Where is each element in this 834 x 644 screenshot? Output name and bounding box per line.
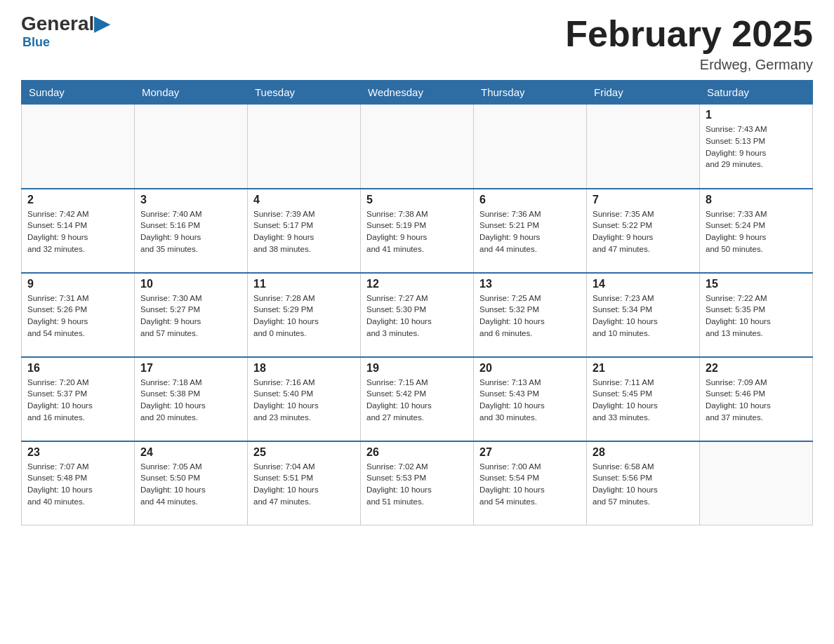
day-number: 6 [479, 194, 581, 206]
table-row: 16Sunrise: 7:20 AM Sunset: 5:37 PM Dayli… [22, 357, 135, 441]
calendar-week-4: 16Sunrise: 7:20 AM Sunset: 5:37 PM Dayli… [22, 357, 813, 441]
day-info: Sunrise: 7:05 AM Sunset: 5:50 PM Dayligh… [140, 461, 241, 508]
table-row: 14Sunrise: 7:23 AM Sunset: 5:34 PM Dayli… [587, 273, 700, 357]
day-info: Sunrise: 7:40 AM Sunset: 5:16 PM Dayligh… [140, 208, 241, 255]
day-info: Sunrise: 6:58 AM Sunset: 5:56 PM Dayligh… [593, 461, 694, 508]
calendar-week-2: 2Sunrise: 7:42 AM Sunset: 5:14 PM Daylig… [22, 189, 813, 273]
table-row: 2Sunrise: 7:42 AM Sunset: 5:14 PM Daylig… [22, 189, 135, 273]
table-row: 24Sunrise: 7:05 AM Sunset: 5:50 PM Dayli… [135, 441, 248, 525]
table-row: 4Sunrise: 7:39 AM Sunset: 5:17 PM Daylig… [248, 189, 361, 273]
calendar-week-1: 1Sunrise: 7:43 AM Sunset: 5:13 PM Daylig… [22, 105, 813, 189]
table-row: 8Sunrise: 7:33 AM Sunset: 5:24 PM Daylig… [700, 189, 813, 273]
day-info: Sunrise: 7:35 AM Sunset: 5:22 PM Dayligh… [593, 208, 694, 255]
day-number: 15 [706, 278, 807, 290]
table-row [700, 441, 813, 525]
logo-text: General▶ [21, 14, 110, 34]
day-info: Sunrise: 7:15 AM Sunset: 5:42 PM Dayligh… [366, 377, 468, 424]
day-number: 5 [366, 194, 468, 206]
day-number: 7 [593, 194, 694, 206]
day-number: 1 [706, 109, 807, 121]
header-saturday: Saturday [700, 81, 813, 105]
location-label: Erdweg, Germany [565, 57, 813, 73]
day-info: Sunrise: 7:42 AM Sunset: 5:14 PM Dayligh… [27, 208, 128, 255]
logo: General▶ Blue [21, 14, 110, 50]
table-row: 23Sunrise: 7:07 AM Sunset: 5:48 PM Dayli… [22, 441, 135, 525]
calendar-table: Sunday Monday Tuesday Wednesday Thursday… [21, 80, 813, 525]
table-row: 28Sunrise: 6:58 AM Sunset: 5:56 PM Dayli… [587, 441, 700, 525]
table-row: 26Sunrise: 7:02 AM Sunset: 5:53 PM Dayli… [361, 441, 474, 525]
day-info: Sunrise: 7:11 AM Sunset: 5:45 PM Dayligh… [593, 377, 694, 424]
day-number: 4 [253, 194, 355, 206]
day-info: Sunrise: 7:43 AM Sunset: 5:13 PM Dayligh… [706, 123, 807, 170]
table-row: 19Sunrise: 7:15 AM Sunset: 5:42 PM Dayli… [361, 357, 474, 441]
day-number: 24 [140, 446, 241, 459]
day-number: 10 [140, 278, 241, 290]
day-info: Sunrise: 7:30 AM Sunset: 5:27 PM Dayligh… [140, 293, 241, 340]
day-info: Sunrise: 7:23 AM Sunset: 5:34 PM Dayligh… [593, 293, 694, 340]
day-info: Sunrise: 7:16 AM Sunset: 5:40 PM Dayligh… [253, 377, 355, 424]
day-number: 22 [706, 362, 807, 375]
day-number: 23 [27, 446, 128, 459]
table-row: 11Sunrise: 7:28 AM Sunset: 5:29 PM Dayli… [248, 273, 361, 357]
day-info: Sunrise: 7:18 AM Sunset: 5:38 PM Dayligh… [140, 377, 241, 424]
table-row: 15Sunrise: 7:22 AM Sunset: 5:35 PM Dayli… [700, 273, 813, 357]
calendar-week-5: 23Sunrise: 7:07 AM Sunset: 5:48 PM Dayli… [22, 441, 813, 525]
logo-triangle-icon: ▶ [94, 13, 110, 34]
table-row [248, 105, 361, 189]
header-wednesday: Wednesday [361, 81, 474, 105]
table-row [361, 105, 474, 189]
day-info: Sunrise: 7:00 AM Sunset: 5:54 PM Dayligh… [479, 461, 581, 508]
day-number: 2 [27, 194, 128, 206]
day-info: Sunrise: 7:07 AM Sunset: 5:48 PM Dayligh… [27, 461, 128, 508]
header-sunday: Sunday [22, 81, 135, 105]
header-monday: Monday [135, 81, 248, 105]
day-info: Sunrise: 7:25 AM Sunset: 5:32 PM Dayligh… [479, 293, 581, 340]
table-row: 3Sunrise: 7:40 AM Sunset: 5:16 PM Daylig… [135, 189, 248, 273]
header-tuesday: Tuesday [248, 81, 361, 105]
header-friday: Friday [587, 81, 700, 105]
day-number: 9 [27, 278, 128, 290]
day-number: 25 [253, 446, 355, 459]
day-number: 3 [140, 194, 241, 206]
day-number: 18 [253, 362, 355, 375]
day-info: Sunrise: 7:20 AM Sunset: 5:37 PM Dayligh… [27, 377, 128, 424]
day-number: 19 [366, 362, 468, 375]
day-number: 12 [366, 278, 468, 290]
day-info: Sunrise: 7:36 AM Sunset: 5:21 PM Dayligh… [479, 208, 581, 255]
day-number: 13 [479, 278, 581, 290]
day-info: Sunrise: 7:13 AM Sunset: 5:43 PM Dayligh… [479, 377, 581, 424]
table-row: 25Sunrise: 7:04 AM Sunset: 5:51 PM Dayli… [248, 441, 361, 525]
table-row: 7Sunrise: 7:35 AM Sunset: 5:22 PM Daylig… [587, 189, 700, 273]
table-row: 22Sunrise: 7:09 AM Sunset: 5:46 PM Dayli… [700, 357, 813, 441]
day-number: 8 [706, 194, 807, 206]
day-number: 26 [366, 446, 468, 459]
day-info: Sunrise: 7:31 AM Sunset: 5:26 PM Dayligh… [27, 293, 128, 340]
table-row: 6Sunrise: 7:36 AM Sunset: 5:21 PM Daylig… [474, 189, 587, 273]
day-number: 21 [593, 362, 694, 375]
table-row: 17Sunrise: 7:18 AM Sunset: 5:38 PM Dayli… [135, 357, 248, 441]
day-number: 17 [140, 362, 241, 375]
day-info: Sunrise: 7:39 AM Sunset: 5:17 PM Dayligh… [253, 208, 355, 255]
day-info: Sunrise: 7:04 AM Sunset: 5:51 PM Dayligh… [253, 461, 355, 508]
logo-blue-label: Blue [22, 35, 50, 50]
day-info: Sunrise: 7:28 AM Sunset: 5:29 PM Dayligh… [253, 293, 355, 340]
calendar-week-3: 9Sunrise: 7:31 AM Sunset: 5:26 PM Daylig… [22, 273, 813, 357]
table-row: 1Sunrise: 7:43 AM Sunset: 5:13 PM Daylig… [700, 105, 813, 189]
table-row: 10Sunrise: 7:30 AM Sunset: 5:27 PM Dayli… [135, 273, 248, 357]
day-number: 27 [479, 446, 581, 459]
table-row: 9Sunrise: 7:31 AM Sunset: 5:26 PM Daylig… [22, 273, 135, 357]
day-info: Sunrise: 7:22 AM Sunset: 5:35 PM Dayligh… [706, 293, 807, 340]
title-block: February 2025 Erdweg, Germany [565, 14, 813, 73]
table-row [474, 105, 587, 189]
day-number: 14 [593, 278, 694, 290]
day-info: Sunrise: 7:33 AM Sunset: 5:24 PM Dayligh… [706, 208, 807, 255]
day-info: Sunrise: 7:38 AM Sunset: 5:19 PM Dayligh… [366, 208, 468, 255]
table-row [587, 105, 700, 189]
table-row: 21Sunrise: 7:11 AM Sunset: 5:45 PM Dayli… [587, 357, 700, 441]
day-info: Sunrise: 7:27 AM Sunset: 5:30 PM Dayligh… [366, 293, 468, 340]
table-row: 20Sunrise: 7:13 AM Sunset: 5:43 PM Dayli… [474, 357, 587, 441]
day-number: 20 [479, 362, 581, 375]
table-row: 12Sunrise: 7:27 AM Sunset: 5:30 PM Dayli… [361, 273, 474, 357]
day-info: Sunrise: 7:02 AM Sunset: 5:53 PM Dayligh… [366, 461, 468, 508]
table-row: 27Sunrise: 7:00 AM Sunset: 5:54 PM Dayli… [474, 441, 587, 525]
